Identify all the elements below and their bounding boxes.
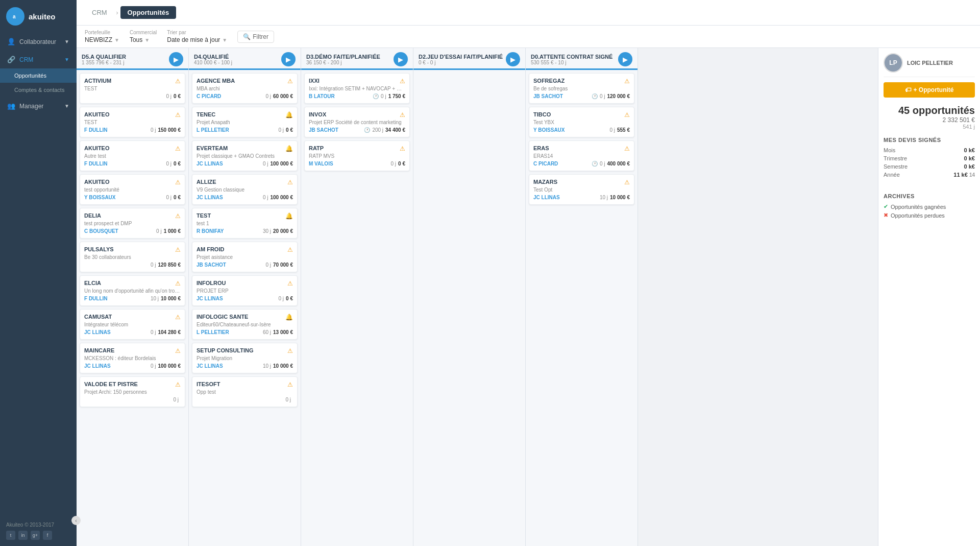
sidebar-footer: Akuiteo © 2013-2017 t in g+ f — [0, 516, 77, 546]
portefeuille-select[interactable]: NEWBIZZ ▼ — [85, 36, 119, 43]
card-footer: L PELLETIER 60 j 13 000 € — [197, 329, 293, 335]
kanban-card[interactable]: MAINCARE ⚠ MCKESSON : éditeur Bordelais … — [80, 343, 185, 373]
card-footer: JB SACHOT 🕐 200 j 34 400 € — [309, 127, 405, 133]
card-footer: R BONIFAY 30 j 20 000 € — [197, 228, 293, 234]
archive-item[interactable]: ✖Opportunités perdues — [884, 211, 975, 220]
kanban-card[interactable]: IXXI ⚠ Ixxi: Intégration SETIM + NAVOCAP… — [304, 73, 410, 104]
kanban-card[interactable]: ITESOFT ⚠ Opp test 0 j — [192, 376, 298, 407]
card-footer: L PELLETIER 0 j 0 € — [197, 127, 293, 133]
devis-value: 0 k€ — [964, 163, 975, 170]
commercial-select[interactable]: Tous ▼ — [130, 36, 157, 43]
card-person: Y BOISSAUX — [533, 127, 565, 133]
facebook-icon[interactable]: f — [43, 531, 52, 540]
kanban-card[interactable]: ELCIA ⚠ Un long nom d'opportunité afin q… — [80, 275, 185, 306]
sidebar-item-collaborateur[interactable]: 👤 Collaborateur ▼ — [0, 33, 77, 51]
alert-icon: 🔔 — [285, 314, 293, 321]
portefeuille-arrow: ▼ — [114, 37, 119, 43]
kanban-card[interactable]: VALODE ET PISTRE ⚠ Projet Archi: 150 per… — [80, 376, 185, 407]
col-advance-button-d4[interactable]: ▶ — [281, 52, 296, 66]
card-days: 0 j — [151, 127, 156, 133]
card-description: TEST — [84, 120, 181, 125]
sidebar-item-comptes[interactable]: Comptes & contacts — [0, 83, 77, 97]
card-days: 0 j — [391, 161, 397, 167]
kanban-card[interactable]: AKUITEO ⚠ test opportunité Y BOISSAUX 0 … — [80, 174, 185, 205]
card-amount: 34 400 € — [385, 127, 405, 133]
card-person: JB SACHOT — [533, 93, 563, 99]
kanban-card[interactable]: AKUITEO ⚠ Autre test F DULLIN 0 j 0 € — [80, 140, 185, 171]
col-cards-d0: SOFREGAZ ⚠ Be de sofregas JB SACHOT 🕐 0 … — [526, 70, 638, 546]
commercial-arrow: ▼ — [144, 37, 150, 43]
card-footer: 0 j 0 € — [84, 93, 181, 99]
card-company: SOFREGAZ — [533, 78, 565, 84]
kanban-card[interactable]: INVOX ⚠ Projet ERP Société de content ma… — [304, 107, 410, 137]
card-header: ITESOFT ⚠ — [197, 381, 293, 388]
card-description: ERAS14 — [533, 153, 630, 159]
col-advance-button-d5[interactable]: ▶ — [169, 52, 183, 66]
kanban-col-d0: D0.ATTENTE CONTRAT SIGNÉ 530 555 € - 10 … — [526, 48, 638, 546]
col-title-d4: D4.QUALIFIÉ — [194, 54, 281, 60]
col-header-d2: D2.JEU D'ESSAI FAIT/PLANIFIÉ 0 € - 0 j ▶ — [413, 48, 525, 70]
kanban-card[interactable]: AM FROID ⚠ Projet asistance JB SACHOT 0 … — [192, 242, 298, 272]
kanban-card[interactable]: TEST 🔔 test 1 R BONIFAY 30 j 20 000 € — [192, 208, 298, 239]
card-description: Autre test — [84, 153, 181, 159]
collapse-sidebar-button[interactable]: ‹ — [71, 516, 81, 525]
kanban-card[interactable]: ERAS ⚠ ERAS14 C PICARD 🕐 0 j 400 000 € — [529, 140, 634, 171]
warning-icon: ⚠ — [400, 145, 405, 152]
card-person: C PICARD — [197, 93, 221, 99]
card-footer: 0 j — [197, 397, 293, 402]
kanban-card[interactable]: AKUITEO ⚠ TEST F DULLIN 0 j 150 000 € — [80, 107, 185, 137]
twitter-icon[interactable]: t — [6, 531, 15, 540]
card-person: JB SACHOT — [197, 262, 226, 268]
breadcrumb-opportunites[interactable]: Opportunités — [120, 6, 177, 19]
card-person: JC LLINAS — [84, 363, 111, 369]
col-advance-button-d2[interactable]: ▶ — [506, 52, 520, 66]
col-header-d3: D3.DÉMO FAITE/PLANIFIÉE 36 150 € - 200 j… — [301, 48, 413, 70]
archives-list: ✔Opportunités gagnées✖Opportunités perdu… — [884, 202, 975, 220]
search-icon: 🔍 — [243, 33, 251, 40]
kanban-card[interactable]: MAZARS ⚠ Test Opt JC LLINAS 10 j 10 000 … — [529, 174, 634, 205]
kanban-card[interactable]: AGENCE MBA ⚠ MBA archi C PICARD 0 j 60 0… — [192, 73, 298, 104]
linkedin-icon[interactable]: in — [18, 531, 28, 540]
card-footer: JC LLINAS 10 j 10 000 € — [533, 195, 630, 200]
alert-icon: 🔔 — [285, 145, 293, 152]
card-header: AKUITEO ⚠ — [84, 145, 181, 152]
kanban-card[interactable]: DELIA ⚠ test prospect et DMP C BOUSQUET … — [80, 208, 185, 239]
card-amount: 20 000 € — [273, 228, 293, 234]
kanban-card[interactable]: SOFREGAZ ⚠ Be de sofregas JB SACHOT 🕐 0 … — [529, 73, 634, 104]
devis-label: Année — [884, 172, 900, 178]
kanban-card[interactable]: INFOLOGIC SANTE 🔔 Editeur60/Chateauneuf-… — [192, 309, 298, 340]
kanban-card[interactable]: SETUP consulting ⚠ Projet Migration JC L… — [192, 343, 298, 373]
card-description: Projet asistance — [197, 254, 293, 260]
clock-icon: 🕐 — [373, 93, 379, 99]
card-header: ALLIZE ⚠ — [197, 179, 293, 186]
card-days: 0 j — [263, 195, 268, 200]
card-days: 10 j — [263, 363, 271, 369]
filter-button[interactable]: 🔍 Filtrer — [237, 31, 274, 43]
card-person: L PELLETIER — [197, 329, 229, 335]
sidebar-item-opportunites[interactable]: Opportunités — [0, 68, 77, 83]
sidebar: a akuiteo 👤 Collaborateur ▼ 🔗 CRM ▼ Oppo… — [0, 0, 77, 546]
breadcrumb-crm[interactable]: CRM — [85, 6, 114, 19]
kanban-card[interactable]: PULSALYS ⚠ Be 30 collaborateurs 0 j 120 … — [80, 242, 185, 272]
kanban-card[interactable]: INFOLROU ⚠ PROJET ERP JC LLINAS 0 j 0 € — [192, 275, 298, 306]
kanban-card[interactable]: CAMUSAT ⚠ Intégrateur télécom JC LLINAS … — [80, 309, 185, 340]
kanban-card[interactable]: EVERTEAM 🔔 Projet classique + GMAO Contr… — [192, 140, 298, 171]
card-description: test opportunité — [84, 187, 181, 193]
card-footer: F DULLIN 0 j 150 000 € — [84, 127, 181, 133]
kanban-card[interactable]: RATP ⚠ RATP MVS M VALOIS 0 j 0 € — [304, 140, 410, 171]
kanban-card[interactable]: TENEC 🔔 Projet Anapath L PELLETIER 0 j 0… — [192, 107, 298, 137]
card-days: 0 j — [279, 127, 284, 133]
card-company: ITESOFT — [197, 381, 220, 387]
kanban-card[interactable]: ACTIVIUM ⚠ TEST 0 j 0 € — [80, 73, 185, 104]
col-advance-button-d3[interactable]: ▶ — [394, 52, 408, 66]
card-description: Projet ERP Société de content marketing — [309, 120, 405, 125]
sidebar-item-manager[interactable]: 👥 Manager ▼ — [0, 97, 77, 115]
add-opportunite-button[interactable]: 🏷 + Opportunité — [884, 82, 975, 98]
kanban-card[interactable]: ALLIZE ⚠ V9 Gestion classique JC LLINAS … — [192, 174, 298, 205]
trier-select[interactable]: Date de mise à jour ▼ — [167, 36, 227, 43]
archive-item[interactable]: ✔Opportunités gagnées — [884, 202, 975, 211]
googleplus-icon[interactable]: g+ — [31, 531, 40, 540]
col-advance-button-d0[interactable]: ▶ — [618, 52, 632, 66]
kanban-card[interactable]: TIBCO ⚠ Test YBX Y BOISSAUX 0 j 555 € — [529, 107, 634, 137]
sidebar-item-crm[interactable]: 🔗 CRM ▼ — [0, 51, 77, 68]
